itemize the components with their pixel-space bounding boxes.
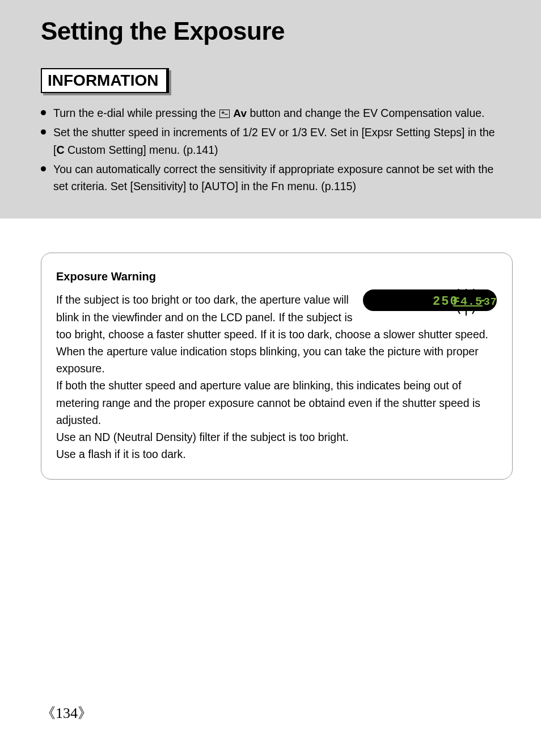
page-title: Setting the Exposure bbox=[41, 17, 541, 45]
info-heading: INFORMATION bbox=[41, 68, 169, 93]
page-number-value: 134 bbox=[56, 705, 78, 721]
info-heading-container: INFORMATION bbox=[41, 68, 169, 93]
info-item-1-post: button and change the EV Compensation va… bbox=[250, 107, 484, 119]
exposure-warning-box: Exposure Warning 250 F4.5 - 37 If bbox=[41, 253, 513, 479]
viewfinder-lcd-icon: 250 F4.5 - 37 bbox=[362, 289, 497, 320]
info-list: Turn the e-dial while pressing the Av bu… bbox=[41, 104, 500, 195]
warning-p4: Use a flash if it is too dark. bbox=[56, 448, 186, 460]
info-item-1: Turn the e-dial while pressing the Av bu… bbox=[41, 104, 500, 121]
info-item-2: Set the shutter speed in increments of 1… bbox=[41, 124, 500, 158]
warning-p3: Use an ND (Neutral Density) filter if th… bbox=[56, 431, 349, 443]
page-number: 《134》 bbox=[41, 703, 92, 723]
lcd-comp-val: 37 bbox=[484, 296, 497, 308]
information-block: INFORMATION Turn the e-dial while pressi… bbox=[0, 56, 541, 219]
info-item-3-text: You can automatically correct the sensit… bbox=[53, 163, 493, 192]
lcd-aperture: F4.5 bbox=[453, 295, 483, 308]
info-item-1-pre: Turn the e-dial while pressing the bbox=[53, 107, 219, 119]
title-bar: Setting the Exposure bbox=[0, 0, 541, 56]
ev-compensation-icon bbox=[219, 110, 230, 118]
warning-title: Exposure Warning bbox=[56, 268, 497, 285]
av-label: Av bbox=[233, 107, 247, 119]
info-item-2-post: Custom Setting] menu. (p.141) bbox=[65, 144, 218, 156]
warning-body: 250 F4.5 - 37 If the subject is too brig… bbox=[56, 291, 497, 463]
custom-c-icon: C bbox=[56, 144, 64, 156]
warning-p2: If both the shutter speed and aperture v… bbox=[56, 379, 480, 426]
info-item-3: You can automatically correct the sensit… bbox=[41, 161, 500, 195]
